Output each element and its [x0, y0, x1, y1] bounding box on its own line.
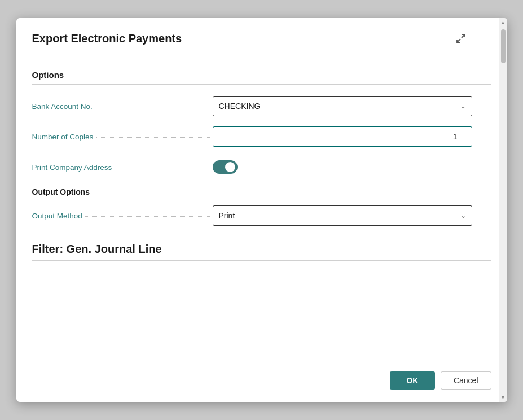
- filter-heading: Filter: Gen. Journal Line: [32, 243, 491, 260]
- print-company-toggle-wrapper: [213, 160, 472, 174]
- ok-button[interactable]: OK: [390, 371, 435, 390]
- num-copies-dots: [96, 137, 209, 138]
- svg-line-1: [457, 39, 460, 42]
- bank-account-dropdown[interactable]: CHECKING ⌄: [213, 96, 472, 116]
- svg-line-3: [477, 32, 490, 45]
- bank-account-value: CHECKING: [219, 102, 261, 111]
- svg-line-0: [462, 34, 465, 38]
- cancel-button[interactable]: Cancel: [441, 371, 491, 390]
- print-company-toggle[interactable]: [213, 160, 238, 174]
- bank-account-control: CHECKING ⌄: [213, 96, 472, 116]
- num-copies-label: Number of Copies: [32, 133, 94, 141]
- options-heading: Options: [32, 70, 491, 84]
- scrollbar-thumb[interactable]: [501, 29, 506, 63]
- bank-account-label: Bank Account No.: [32, 102, 93, 111]
- dialog-footer: OK Cancel: [16, 361, 507, 402]
- output-method-dots: [85, 216, 210, 217]
- num-copies-label-wrapper: Number of Copies: [32, 133, 213, 141]
- dialog-title: Export Electronic Payments: [32, 32, 182, 45]
- output-method-arrow-icon: ⌄: [460, 212, 466, 220]
- dialog-body: Options Bank Account No. CHECKING ⌄: [16, 55, 507, 361]
- bank-account-dots: [95, 107, 210, 107]
- bank-account-arrow-icon: ⌄: [460, 102, 466, 110]
- print-company-dots: [115, 168, 209, 168]
- print-company-label: Print Company Address: [32, 163, 112, 172]
- filter-divider: [32, 260, 491, 261]
- dialog-scrollbar[interactable]: ▲ ▼: [499, 18, 507, 402]
- print-company-control: [213, 160, 472, 174]
- options-section: Options Bank Account No. CHECKING ⌄: [32, 70, 491, 177]
- output-method-control: Print ⌄: [213, 205, 472, 226]
- print-company-row: Print Company Address: [32, 157, 491, 177]
- print-company-label-wrapper: Print Company Address: [32, 163, 213, 172]
- scrollbar-up-arrow[interactable]: ▲: [499, 18, 507, 27]
- close-icon: [476, 30, 491, 46]
- scrollbar-down-arrow[interactable]: ▼: [499, 393, 507, 402]
- dialog: Export Electronic Payments: [16, 18, 507, 402]
- expand-button[interactable]: [453, 30, 469, 46]
- output-method-value: Print: [219, 211, 235, 220]
- options-divider: [32, 84, 491, 85]
- output-method-row: Output Method Print ⌄: [32, 205, 491, 226]
- output-method-dropdown[interactable]: Print ⌄: [213, 205, 472, 226]
- filter-section: Filter: Gen. Journal Line: [32, 243, 491, 261]
- overlay: Export Electronic Payments: [0, 0, 523, 420]
- num-copies-control: [213, 126, 472, 147]
- svg-line-2: [477, 32, 490, 45]
- bank-account-label-wrapper: Bank Account No.: [32, 102, 213, 111]
- close-button[interactable]: [476, 30, 491, 46]
- bank-account-row: Bank Account No. CHECKING ⌄: [32, 96, 491, 116]
- output-method-label: Output Method: [32, 212, 82, 220]
- toggle-thumb: [225, 162, 235, 172]
- expand-icon: [456, 33, 466, 43]
- num-copies-input[interactable]: [213, 126, 472, 147]
- num-copies-row: Number of Copies: [32, 126, 491, 147]
- output-options-heading: Output Options: [32, 187, 491, 196]
- output-options-section: Output Options Output Method Print ⌄: [32, 187, 491, 226]
- output-method-label-wrapper: Output Method: [32, 212, 213, 220]
- dialog-header-icons: [453, 30, 491, 46]
- dialog-header: Export Electronic Payments: [16, 18, 507, 55]
